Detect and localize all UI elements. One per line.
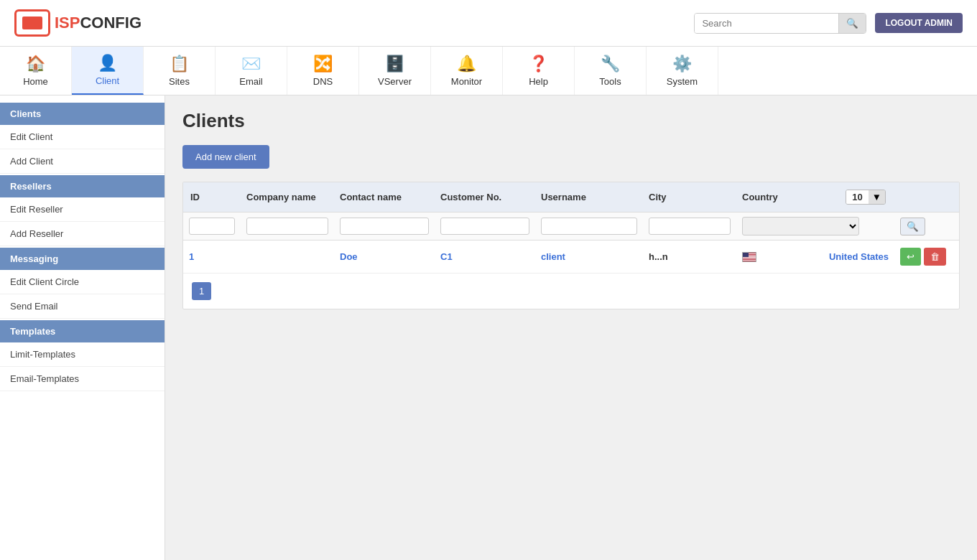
table-header-row: ID Company name Contact name Customer No… [183, 182, 959, 213]
nav-item-dns[interactable]: 🔀 DNS [287, 47, 359, 95]
header-right: 🔍 LOGOUT ADMIN [694, 13, 963, 34]
page-size-dropdown-button[interactable]: ▼ [869, 190, 885, 204]
nav-item-sites[interactable]: 📋 Sites [144, 47, 216, 95]
logo-text: ISPCONFIG [55, 14, 142, 32]
filter-search-button[interactable]: 🔍 [900, 218, 925, 235]
cell-customer: C1 [435, 244, 535, 269]
filter-id-input[interactable] [189, 218, 235, 235]
col-header-city: City [643, 185, 736, 210]
search-button[interactable]: 🔍 [838, 14, 866, 33]
nav-item-home[interactable]: 🏠 Home [0, 47, 72, 95]
nav-item-system[interactable]: ⚙️ System [647, 47, 718, 95]
sidebar-item-limit-templates[interactable]: Limit-Templates [0, 342, 165, 367]
sidebar-section-templates: Templates [0, 320, 165, 342]
cell-id-link[interactable]: 1 [189, 251, 194, 262]
nav-item-monitor[interactable]: 🔔 Monitor [431, 47, 503, 95]
nav-label-home: Home [23, 76, 48, 87]
col-header-username: Username [535, 185, 643, 210]
nav-label-sites: Sites [169, 76, 190, 87]
table-row: 1 Doe C1 client h...n United States [183, 241, 959, 274]
cell-actions: ↩ 🗑 [894, 241, 959, 273]
system-icon: ⚙️ [672, 55, 692, 73]
dns-icon: 🔀 [313, 55, 333, 73]
search-input[interactable] [695, 14, 838, 33]
nav-label-email: Email [239, 76, 263, 87]
page-size-control[interactable]: 10 ▼ [846, 190, 886, 205]
filter-customer-input[interactable] [440, 218, 529, 235]
email-icon: ✉️ [241, 55, 261, 73]
filter-country-select[interactable] [742, 217, 859, 235]
logo-screen-shape [22, 17, 42, 29]
nav-bar: 🏠 Home 👤 Client 📋 Sites ✉️ Email 🔀 DNS 🗄… [0, 47, 977, 95]
cell-id: 1 [183, 244, 241, 269]
flag-us-icon [742, 252, 756, 262]
cell-country-link[interactable]: United States [829, 251, 889, 262]
filter-row: 🔍 [183, 213, 959, 241]
cell-username: client [535, 244, 643, 269]
pagination: 1 [183, 274, 959, 309]
sidebar-section-messaging: Messaging [0, 248, 165, 270]
sidebar-item-edit-client[interactable]: Edit Client [0, 125, 165, 149]
sidebar: Clients Edit Client Add Client Resellers… [0, 95, 165, 560]
sidebar-item-edit-reseller[interactable]: Edit Reseller [0, 197, 165, 222]
clients-table: ID Company name Contact name Customer No… [182, 182, 960, 309]
col-header-country: Country 10 ▼ [736, 182, 894, 212]
filter-username [535, 213, 643, 239]
filter-country [736, 213, 894, 240]
filter-city [643, 213, 736, 239]
filter-company [241, 213, 334, 239]
edit-icon: ↩ [907, 251, 915, 262]
nav-item-client[interactable]: 👤 Client [72, 47, 144, 95]
nav-label-dns: DNS [313, 76, 333, 87]
row-delete-button[interactable]: 🗑 [924, 248, 946, 266]
filter-id [183, 213, 241, 239]
row-edit-button[interactable]: ↩ [900, 248, 921, 266]
delete-icon: 🗑 [930, 251, 940, 262]
add-new-client-button[interactable]: Add new client [182, 145, 269, 169]
filter-username-input[interactable] [541, 218, 637, 235]
logo-icon [14, 9, 50, 37]
nav-item-tools[interactable]: 🔧 Tools [575, 47, 647, 95]
sites-icon: 📋 [170, 55, 189, 73]
nav-item-vserver[interactable]: 🗄️ VServer [359, 47, 431, 95]
sidebar-item-send-email[interactable]: Send Email [0, 294, 165, 319]
col-header-id: ID [183, 185, 241, 210]
filter-city-input[interactable] [649, 218, 731, 235]
cell-contact: Doe [334, 244, 435, 269]
cell-username-link[interactable]: client [541, 251, 565, 262]
sidebar-item-add-reseller[interactable]: Add Reseller [0, 222, 165, 246]
cell-city: h...n [643, 244, 736, 269]
page-title: Clients [182, 110, 960, 132]
page-size-value: 10 [846, 190, 868, 204]
tools-icon: 🔧 [601, 55, 620, 73]
sidebar-item-add-client[interactable]: Add Client [0, 149, 165, 174]
cell-contact-link[interactable]: Doe [340, 251, 358, 262]
cell-customer-link[interactable]: C1 [440, 251, 453, 262]
cell-country: United States [736, 244, 894, 269]
filter-actions: 🔍 [894, 213, 959, 240]
filter-contact-input[interactable] [340, 218, 429, 235]
logo-isp: ISP [55, 14, 80, 32]
filter-company-input[interactable] [246, 218, 328, 235]
page-1-button[interactable]: 1 [192, 282, 211, 300]
logo-config: CONFIG [80, 14, 142, 32]
content: Clients Add new client ID Company name C… [165, 95, 977, 560]
sidebar-item-edit-client-circle[interactable]: Edit Client Circle [0, 270, 165, 294]
nav-label-client: Client [96, 75, 119, 86]
col-header-actions [894, 190, 959, 205]
home-icon: 🏠 [26, 55, 45, 73]
col-header-customer: Customer No. [435, 185, 535, 210]
vserver-icon: 🗄️ [385, 55, 404, 73]
logout-button[interactable]: LOGOUT ADMIN [875, 13, 963, 33]
sidebar-item-email-templates[interactable]: Email-Templates [0, 367, 165, 391]
main-layout: Clients Edit Client Add Client Resellers… [0, 95, 977, 560]
nav-item-email[interactable]: ✉️ Email [216, 47, 287, 95]
nav-item-help[interactable]: ❓ Help [503, 47, 575, 95]
filter-customer [435, 213, 535, 239]
col-header-contact: Contact name [334, 185, 435, 210]
filter-contact [334, 213, 435, 239]
search-box: 🔍 [694, 13, 866, 34]
nav-label-help: Help [529, 76, 548, 87]
nav-label-monitor: Monitor [451, 76, 482, 87]
sidebar-section-clients: Clients [0, 103, 165, 125]
